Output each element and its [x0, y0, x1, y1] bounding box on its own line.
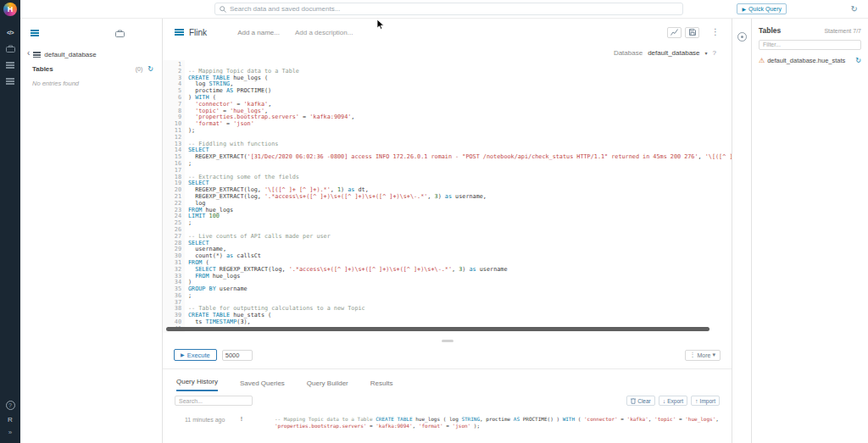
- assist-tables-title: Tables: [32, 65, 53, 73]
- documents-icon[interactable]: [6, 78, 14, 85]
- history-refresh-icon[interactable]: ↻: [851, 3, 858, 14]
- limit-input[interactable]: [222, 350, 253, 361]
- back-chevron-icon[interactable]: ‹: [27, 49, 30, 58]
- assist-refresh-icon[interactable]: ↻: [147, 66, 153, 73]
- clear-history-button[interactable]: Clear: [626, 396, 655, 406]
- export-button[interactable]: ↓ Export: [659, 396, 687, 406]
- warning-icon: ⚠: [759, 58, 765, 64]
- query-history-list: 11 minutes ago ! -- Mapping Topic data t…: [163, 410, 732, 443]
- assist-database-breadcrumb[interactable]: ‹ default_database: [20, 47, 162, 61]
- trash-icon: [631, 398, 636, 404]
- tab-results[interactable]: Results: [370, 379, 393, 391]
- table-refresh-icon[interactable]: ↻: [855, 58, 861, 64]
- play-icon: ▶: [181, 352, 185, 357]
- save-button[interactable]: [685, 27, 699, 38]
- history-snippet: -- Mapping Topic data to a Table CREATE …: [275, 416, 720, 429]
- editor-gutter: 1234567891011121314151617181920212223242…: [163, 60, 185, 333]
- database-label: Database: [614, 49, 643, 57]
- play-icon: ▶: [742, 7, 746, 12]
- query-name-placeholder[interactable]: Add a name...: [237, 29, 280, 36]
- r-shortcut-icon[interactable]: R: [8, 416, 13, 424]
- table-item-name[interactable]: default_database.hue_stats: [767, 57, 845, 64]
- assist-database-name[interactable]: default_database: [44, 51, 96, 58]
- hue-logo-icon[interactable]: H: [3, 3, 17, 16]
- right-assist-panel: Tables Statement 7/7 ⚠ default_database.…: [751, 19, 868, 443]
- top-bar: ▶ Quick Query ↻: [20, 0, 868, 19]
- dialect-name: Flink: [189, 28, 207, 37]
- chart-icon: [670, 29, 678, 36]
- dialect-icon: [175, 29, 184, 36]
- more-button[interactable]: ⋮ More ▾: [685, 350, 721, 361]
- right-assist-strip: [732, 19, 751, 443]
- chart-button[interactable]: [667, 27, 682, 38]
- import-button[interactable]: ↑ Import: [691, 396, 720, 406]
- chevron-down-icon: ▾: [712, 352, 715, 358]
- query-description-placeholder[interactable]: Add a description...: [295, 29, 353, 36]
- global-search[interactable]: [214, 3, 683, 15]
- editor-icon[interactable]: </>: [7, 30, 14, 36]
- assist-briefcase-icon[interactable]: [115, 30, 125, 37]
- table-list-item[interactable]: ⚠ default_database.hue_stats ↻: [759, 57, 861, 64]
- help-icon[interactable]: ?: [6, 401, 15, 410]
- assist-empty-message: No entries found: [20, 75, 162, 91]
- history-search-input[interactable]: [175, 396, 253, 406]
- jobs-briefcase-icon[interactable]: [6, 45, 15, 53]
- history-timestamp: 11 minutes ago: [185, 416, 234, 429]
- editor-panel: Flink Add a name... Add a description...…: [163, 19, 732, 443]
- tables-icon[interactable]: [6, 62, 14, 69]
- kebab-icon: ⋮: [690, 352, 696, 358]
- database-icon: [33, 52, 41, 58]
- right-panel-title: Tables: [759, 26, 781, 35]
- chevron-down-icon[interactable]: ▾: [705, 50, 708, 56]
- download-icon: ↓: [663, 398, 666, 404]
- left-assist-panel: ‹ default_database Tables (0) ↻ No entri…: [20, 19, 163, 443]
- horizontal-scrollbar[interactable]: [166, 327, 709, 331]
- global-search-input[interactable]: [230, 5, 678, 13]
- status-icon: !: [234, 416, 249, 429]
- tab-saved-queries[interactable]: Saved Queries: [240, 379, 285, 391]
- assist-tables-count: (0): [136, 66, 143, 72]
- search-icon: [220, 6, 226, 13]
- code-editor[interactable]: 1234567891011121314151617181920212223242…: [163, 60, 732, 333]
- tab-query-builder[interactable]: Query Builder: [307, 379, 348, 391]
- tab-query-history[interactable]: Query History: [176, 378, 218, 391]
- editor-help-icon[interactable]: ?: [713, 49, 716, 57]
- sql-source-icon[interactable]: [31, 30, 39, 36]
- left-nav: H </> ? R »: [0, 0, 20, 443]
- tables-filter-input[interactable]: [759, 40, 861, 50]
- save-icon: [689, 29, 696, 36]
- history-row[interactable]: 11 minutes ago ! -- Mapping Topic data t…: [163, 410, 732, 429]
- editor-resize-handle[interactable]: [442, 340, 453, 342]
- hue-app: H </> ? R » ▶ Quick Query ↻: [0, 0, 868, 443]
- execute-button[interactable]: ▶ Execute: [174, 349, 217, 361]
- quick-query-button[interactable]: ▶ Quick Query: [737, 3, 787, 14]
- upload-icon: ↑: [695, 398, 698, 404]
- sessions-icon[interactable]: [737, 32, 747, 42]
- editor-code[interactable]: -- Mapping Topic data to a TableCREATE T…: [185, 60, 732, 333]
- statement-counter: Statement 7/7: [824, 28, 861, 34]
- database-select[interactable]: default_database: [648, 49, 699, 57]
- more-menu-icon[interactable]: ⋮: [711, 28, 720, 36]
- collapse-nav-icon[interactable]: »: [8, 429, 12, 436]
